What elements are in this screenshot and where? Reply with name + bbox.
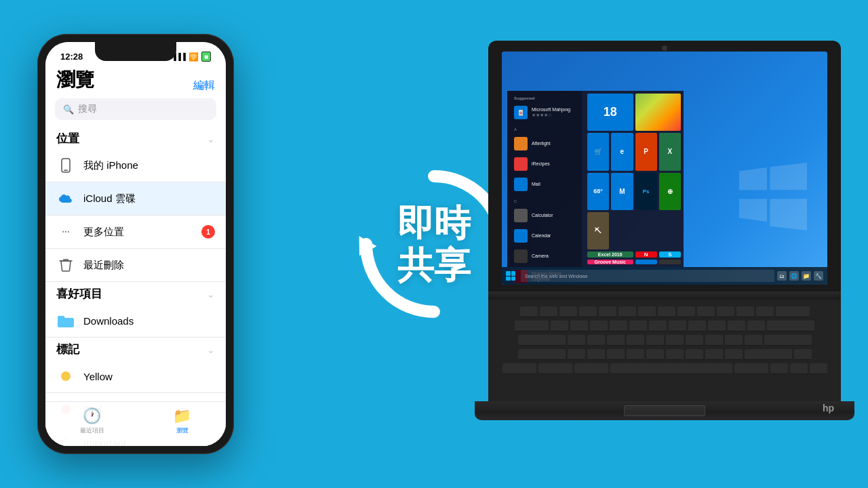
section-locations: 位置 ⌄ (45, 127, 226, 149)
browse-icon: 📁 (173, 407, 191, 425)
tile-skype[interactable]: S (659, 251, 681, 258)
tile-excel[interactable]: X (659, 133, 681, 170)
taskbar-icon-4[interactable]: 🔧 (814, 271, 823, 281)
yellow-tag-icon (56, 367, 75, 386)
tile-misc1[interactable] (635, 260, 657, 264)
taskbar-icon-1[interactable]: 🗂 (777, 271, 787, 281)
edit-button[interactable]: 編輯 (193, 79, 215, 93)
tile-minecraft[interactable]: ⛏ (587, 212, 609, 249)
taskbar-search[interactable]: Search the web and Windows (521, 270, 774, 282)
kb-row-5 (502, 363, 827, 374)
tile-maps[interactable]: M (611, 173, 633, 210)
recent-tab-label: 最近項目 (80, 426, 104, 435)
svg-text:hp: hp (823, 403, 834, 413)
start-menu: Suggested 🀄 Microsoft Mahjong★★★★☆ A Aft… (507, 91, 684, 267)
laptop-hinge (488, 291, 841, 300)
list-item-tag-yellow[interactable]: Yellow (45, 360, 226, 393)
key (666, 335, 684, 346)
chevron-down-icon-fav: ⌄ (207, 289, 215, 300)
start-menu-apps-list: Suggested 🀄 Microsoft Mahjong★★★★☆ A Aft… (507, 91, 582, 267)
tile-xbox[interactable]: ⊕ (659, 173, 681, 210)
irecipes-icon (514, 157, 528, 171)
iphone-item-icon (56, 156, 75, 175)
key (705, 349, 723, 360)
laptop-touchpad[interactable] (624, 405, 705, 416)
key-left (770, 363, 788, 374)
mahjong-icon: 🀄 (514, 106, 528, 119)
win-square-3 (506, 277, 511, 281)
search-placeholder: 搜尋 (78, 103, 97, 115)
tab-recent[interactable]: 🕐 最近項目 (80, 407, 104, 435)
key (587, 335, 605, 346)
calendar-label: Calendar (532, 233, 551, 239)
key-enter2 (764, 335, 812, 346)
afterlight-icon (514, 137, 528, 150)
tile-calendar[interactable]: 18 (587, 94, 633, 131)
kb-row-2 (502, 321, 827, 331)
taskbar: Search the web and Windows 🗂 🌐 📁 🔧 (502, 267, 827, 285)
key-alt-l (574, 363, 608, 374)
tile-powerpoint[interactable]: P (635, 133, 657, 170)
section-tags-title: 標記 (56, 342, 79, 357)
start-app-mail[interactable]: Mail (510, 175, 579, 194)
start-app-mahjong[interactable]: 🀄 Microsoft Mahjong★★★★☆ (510, 103, 579, 122)
tile-excel2016[interactable]: Excel 2016 (587, 251, 633, 258)
yellow-tag-label: Yellow (83, 371, 215, 382)
start-app-calculator[interactable]: Calculator (510, 206, 579, 225)
win-square-1 (506, 271, 511, 276)
key (736, 306, 754, 317)
tile-weather[interactable]: 68° (587, 173, 609, 210)
key-tab (515, 321, 549, 331)
tile-edge[interactable]: e (611, 133, 633, 170)
c-label: C (510, 198, 579, 205)
recently-deleted-label: 最近刪除 (83, 259, 215, 272)
key (745, 335, 762, 346)
recent-icon: 🕐 (83, 407, 101, 425)
start-app-irecipes[interactable]: iRecipes (510, 155, 579, 174)
list-item-my-iphone[interactable]: 我的 iPhone (45, 149, 226, 182)
files-header: 瀏覽 編輯 (45, 64, 226, 98)
key (607, 335, 625, 346)
camera-icon (514, 249, 528, 263)
key (756, 306, 774, 317)
key (590, 321, 608, 331)
start-app-calendar[interactable]: Calendar (510, 226, 579, 245)
key (686, 349, 703, 360)
badge-more-locations: 1 (201, 225, 215, 239)
start-app-afterlight[interactable]: Afterlight (510, 134, 579, 153)
laptop-mockup: Suggested 🀄 Microsoft Mahjong★★★★☆ A Aft… (488, 41, 841, 434)
key (587, 349, 605, 360)
tab-browse[interactable]: 📁 瀏覽 (173, 407, 191, 435)
taskbar-icon-3[interactable]: 📁 (802, 271, 811, 281)
tile-store[interactable]: 🛒 (587, 133, 609, 170)
list-item-icloud[interactable]: iCloud 雲碟 (45, 182, 226, 216)
list-item-downloads[interactable]: Downloads (45, 304, 226, 338)
search-bar[interactable]: 🔍 搜尋 (55, 98, 216, 120)
tile-photos[interactable] (635, 94, 682, 131)
kb-row-3 (502, 335, 827, 346)
chevron-down-icon-tags: ⌄ (207, 344, 215, 355)
key (747, 321, 765, 331)
key-space (610, 363, 732, 374)
tile-groove[interactable]: Groove Music (587, 260, 633, 264)
list-item-more-locations[interactable]: ··· 更多位置 1 (45, 216, 226, 249)
key (725, 349, 743, 360)
camera-label: Camera (532, 253, 549, 259)
tile-netflix[interactable]: N (635, 251, 657, 258)
start-button[interactable] (506, 271, 515, 281)
start-app-camera[interactable]: Camera (510, 247, 579, 266)
key (646, 349, 664, 360)
key-ctrl-l (502, 363, 536, 374)
tile-photoshop[interactable]: Ps (635, 173, 657, 210)
taskbar-icon-2[interactable]: 🌐 (789, 271, 799, 281)
list-item-recently-deleted[interactable]: 最近刪除 (45, 249, 226, 282)
key (669, 321, 686, 331)
calendar-icon (514, 229, 528, 243)
more-locations-label: 更多位置 (83, 226, 193, 239)
key (570, 321, 588, 331)
tile-misc2[interactable] (659, 260, 681, 264)
key (579, 306, 597, 317)
iphone-body: 12:28 ▐▐▐ 🛜 ■ 瀏覽 編輯 🔍 搜尋 (37, 34, 234, 454)
key (686, 335, 703, 346)
key (677, 306, 695, 317)
